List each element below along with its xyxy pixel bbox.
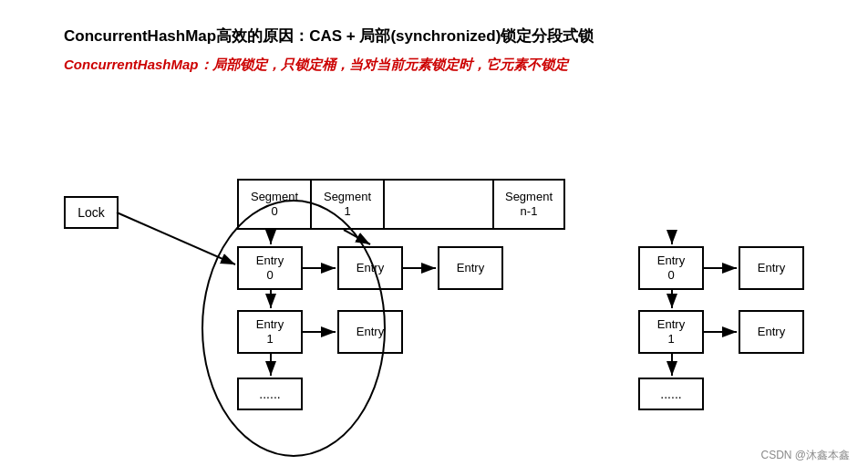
- seg0-dots: ......: [237, 378, 303, 410]
- subtitle: ConcurrentHashMap：局部锁定，只锁定桶，当对当前元素锁定时，它元…: [64, 57, 568, 74]
- page-title: ConcurrentHashMap高效的原因：CAS + 局部(synchron…: [64, 26, 594, 47]
- segn-dots: ......: [638, 378, 704, 410]
- seg1-entry0-right2: Entry: [438, 246, 503, 290]
- seg1-entry0-right1: Entry: [337, 246, 403, 290]
- segment-n1: Segmentn-1: [492, 179, 565, 230]
- segment-gap: [383, 179, 492, 230]
- lock-box: Lock: [64, 196, 119, 229]
- seg1-entry1-right: Entry: [337, 310, 403, 354]
- segment-0: Segment0: [237, 179, 310, 230]
- seg0-entry0: Entry0: [237, 246, 303, 290]
- lock-label: Lock: [78, 205, 105, 220]
- segn-entry1-right: Entry: [739, 310, 804, 354]
- seg0-entry1: Entry1: [237, 310, 303, 354]
- svg-line-14: [344, 230, 370, 244]
- watermark: CSDN @沐鑫本鑫: [760, 448, 850, 463]
- segment-table: Segment0 Segment1 Segmentn-1: [237, 179, 565, 230]
- svg-line-2: [117, 212, 235, 264]
- segn-entry1: Entry1: [638, 310, 704, 354]
- segn-entry0: Entry0: [638, 246, 704, 290]
- main-container: ConcurrentHashMap高效的原因：CAS + 局部(synchron…: [0, 0, 868, 476]
- segment-1: Segment1: [310, 179, 383, 230]
- segn-entry0-right: Entry: [739, 246, 804, 290]
